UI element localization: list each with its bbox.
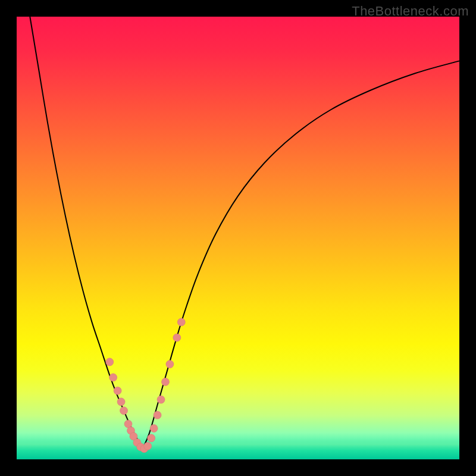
curve-left-branch <box>30 17 143 448</box>
data-point <box>161 378 169 386</box>
data-point <box>109 374 117 381</box>
data-point <box>148 434 155 442</box>
data-point <box>120 407 128 415</box>
bottleneck-curve-svg <box>17 17 459 459</box>
data-point <box>106 358 114 366</box>
data-point <box>114 387 121 394</box>
data-point-markers <box>106 318 186 453</box>
data-point <box>166 361 174 368</box>
chart-plot-area <box>17 17 459 459</box>
data-point <box>177 318 185 326</box>
data-point <box>157 396 165 403</box>
data-point <box>144 442 152 450</box>
data-point <box>173 334 181 342</box>
curve-right-branch <box>143 61 459 448</box>
data-point <box>150 424 158 432</box>
data-point <box>117 398 125 406</box>
watermark-text: TheBottleneck.com <box>352 4 469 19</box>
data-point <box>154 411 161 419</box>
